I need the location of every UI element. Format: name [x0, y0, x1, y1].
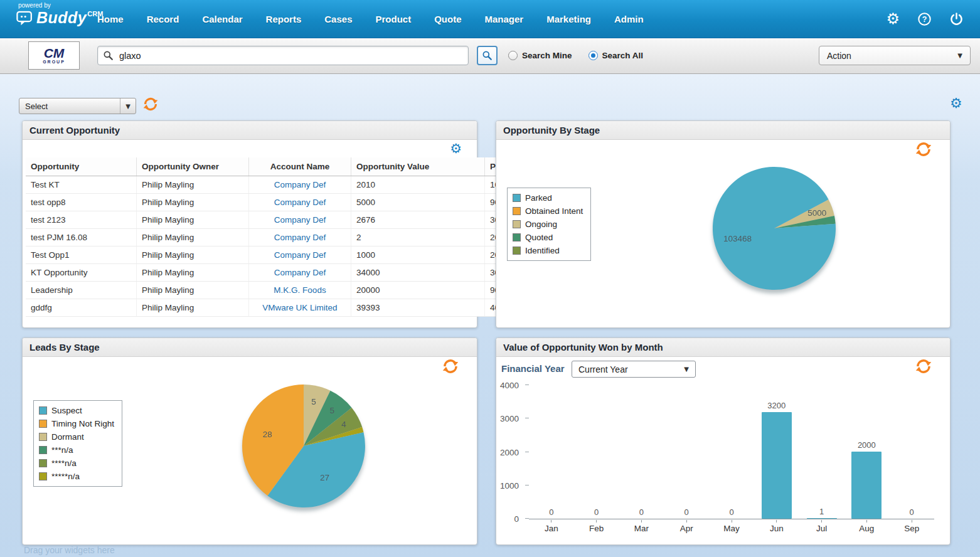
action-dropdown-value: Action: [827, 51, 851, 61]
dashboard-settings-icon[interactable]: ⚙: [950, 97, 962, 110]
help-icon[interactable]: ?: [917, 12, 932, 26]
legend-label: ****n/a: [51, 459, 77, 468]
legend-swatch: [39, 446, 47, 454]
search-scope-radios: Search Mine Search All: [508, 46, 643, 65]
bar-column-feb: 0: [574, 385, 619, 519]
legend-label: ***n/a: [51, 445, 73, 455]
drag-widgets-hint: Drag your widgets here: [24, 545, 115, 555]
widget-select-arrow: ▼: [120, 98, 136, 114]
nav-item-record[interactable]: Record: [147, 14, 179, 24]
pie-data-label: 27: [320, 473, 329, 482]
cell-opportunity: Leadership: [26, 282, 137, 299]
power-logout-icon[interactable]: [949, 12, 964, 26]
y-tick-label: 4000: [500, 381, 519, 390]
opportunity-table: OpportunityOpportunity OwnerAccount Name…: [26, 157, 519, 317]
widget-settings-icon[interactable]: ⚙: [450, 142, 462, 156]
financial-year-dropdown[interactable]: Current Year ▼: [572, 361, 696, 378]
legend-swatch: [513, 247, 521, 255]
chat-bubble-icon: [16, 11, 34, 29]
widget-refresh-button[interactable]: [915, 141, 932, 158]
bar-jun[interactable]: [762, 412, 792, 519]
widget-title-leads-by-stage: Leads By Stage: [23, 338, 477, 357]
bar-value-label: 1: [819, 507, 824, 516]
settings-gear-icon[interactable]: ⚙: [886, 11, 900, 26]
nav-item-quote[interactable]: Quote: [434, 14, 461, 24]
cell-owner: Philip Mayling: [137, 176, 249, 194]
search-input[interactable]: [118, 50, 463, 61]
cell-account: Company Def: [249, 194, 351, 211]
bar-aug[interactable]: [851, 452, 881, 519]
nav-item-admin[interactable]: Admin: [614, 14, 644, 24]
account-link[interactable]: Company Def: [274, 233, 326, 242]
opportunity-table-body: Test KTPhilip MaylingCompany Def201010te…: [26, 176, 519, 317]
nav-item-marketing[interactable]: Marketing: [546, 14, 591, 24]
legend-item-obtained-intent: Obtained Intent: [513, 206, 583, 216]
bar-column-may: 0: [709, 385, 754, 519]
y-tick-label: 2000: [500, 448, 519, 457]
powered-by-text: powered by: [18, 2, 103, 9]
bar-jul[interactable]: [807, 518, 837, 519]
bar-column-apr: 0: [664, 385, 709, 519]
x-tick-label-jun: Jun: [754, 520, 799, 533]
legend-item-n-a: ****n/a: [39, 459, 114, 468]
widget-select-dropdown[interactable]: Select ▼: [19, 98, 136, 114]
account-link[interactable]: Company Def: [274, 198, 326, 207]
nav-item-reports[interactable]: Reports: [266, 14, 302, 24]
cell-opportunity: KT Opportunity: [26, 264, 137, 282]
account-link[interactable]: Company Def: [274, 215, 326, 225]
legend-item-ongoing: Ongoing: [513, 220, 583, 229]
bar-value-label: 0: [684, 507, 689, 517]
account-link[interactable]: M.K.G. Foods: [274, 285, 326, 295]
legend-label: Parked: [525, 193, 552, 203]
opportunity-stage-legend: ParkedObtained IntentOngoingQuotedIdenti…: [507, 188, 591, 261]
pie-data-label: 5000: [807, 208, 826, 218]
legend-swatch: [39, 433, 47, 441]
cell-account: Company Def: [249, 229, 351, 247]
company-logo-subtext: GROUP: [43, 60, 65, 64]
bar-columns: 000003200120000: [529, 385, 934, 519]
cell-opportunity: test PJM 16.08: [26, 229, 137, 247]
radio-search-all[interactable]: Search All: [589, 51, 644, 60]
y-tick-label: 3000: [500, 414, 519, 423]
table-row: test opp8Philip MaylingCompany Def500090: [26, 194, 519, 211]
x-tick-label-mar: Mar: [619, 520, 664, 533]
nav-item-home[interactable]: Home: [97, 14, 124, 24]
pie-data-label: 5: [329, 406, 334, 415]
search-submit-button[interactable]: [477, 46, 498, 65]
table-row: gddfgPhilip MaylingVMware UK Limited3939…: [26, 299, 519, 317]
nav-item-cases[interactable]: Cases: [324, 14, 352, 24]
cell-opportunity: test opp8: [26, 194, 137, 211]
cell-value: 34000: [351, 264, 485, 282]
cell-owner: Philip Mayling: [137, 299, 249, 317]
bar-value-label: 3200: [767, 401, 786, 410]
nav-item-calendar[interactable]: Calendar: [202, 14, 242, 24]
account-link[interactable]: VMware UK Limited: [262, 303, 337, 312]
account-link[interactable]: Company Def: [274, 268, 326, 277]
opportunity-stage-pie: 5000103468: [705, 159, 843, 300]
search-input-wrap: [97, 46, 469, 65]
dashboard-refresh-button[interactable]: [142, 96, 159, 112]
widget-current-opportunity: Current Opportunity ⚙ OpportunityOpportu…: [22, 120, 477, 328]
brand-name: Buddy: [36, 9, 87, 26]
pie-slice-parked[interactable]: [713, 167, 836, 290]
radio-search-mine[interactable]: Search Mine: [508, 51, 572, 60]
chevron-down-icon: ▼: [125, 103, 130, 110]
chevron-down-icon: ▼: [684, 366, 689, 373]
widget-refresh-button[interactable]: [442, 358, 459, 375]
x-tick-label-may: May: [709, 520, 754, 533]
cell-account: VMware UK Limited: [249, 299, 351, 317]
cell-value: 20000: [351, 282, 485, 299]
x-tick-label-jul: Jul: [799, 520, 844, 533]
pie-data-label: 5: [311, 397, 316, 406]
action-dropdown[interactable]: Action ▼: [819, 46, 971, 65]
cell-opportunity: gddfg: [26, 299, 137, 317]
account-link[interactable]: Company Def: [274, 180, 326, 189]
company-logo: CM GROUP: [28, 41, 80, 70]
brand-logo[interactable]: powered by Buddy CRM: [16, 2, 103, 29]
widget-refresh-button[interactable]: [915, 358, 932, 375]
nav-item-manager[interactable]: Manager: [484, 14, 523, 24]
legend-swatch: [513, 220, 521, 228]
account-link[interactable]: Company Def: [274, 250, 326, 260]
nav-item-product[interactable]: Product: [375, 14, 411, 24]
table-row: Test Opp1Philip MaylingCompany Def100020: [26, 247, 519, 264]
